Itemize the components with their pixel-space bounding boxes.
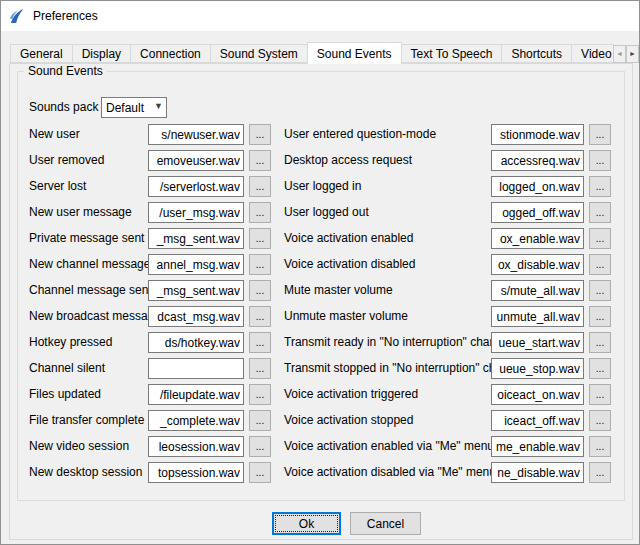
browse-button[interactable]: ... [249,280,271,301]
browse-button[interactable]: ... [249,410,271,431]
browse-button[interactable]: ... [589,280,611,301]
sound-event-row: User removed... [29,149,273,175]
sound-events-column-left: New user...User removed...Server lost...… [29,123,273,489]
sound-event-row: Hotkey pressed... [29,331,273,357]
sound-event-label: File transfer complete [29,413,144,428]
sound-file-input[interactable] [148,332,244,353]
sound-event-label: New user message [29,205,132,220]
sound-event-row: Channel message sent... [29,279,273,305]
browse-button[interactable]: ... [589,410,611,431]
sound-event-row: Unmute master volume... [284,305,614,331]
sound-file-input[interactable] [148,462,244,483]
sound-file-input[interactable] [491,280,584,301]
browse-button[interactable]: ... [589,124,611,145]
tab-general[interactable]: General [10,44,73,63]
tab-video[interactable]: Video [571,44,614,63]
sound-event-label: User logged out [284,205,369,220]
sound-file-input[interactable] [491,306,584,327]
tab-connection[interactable]: Connection [130,44,211,63]
sound-event-row: Voice activation triggered... [284,383,614,409]
sound-file-input[interactable] [148,150,244,171]
sound-event-label: Voice activation enabled via "Me" menu [284,439,494,454]
sound-file-input[interactable] [148,280,244,301]
sound-event-label: Private message sent [29,231,144,246]
preferences-dialog: Preferences GeneralDisplayConnectionSoun… [0,0,640,545]
browse-button[interactable]: ... [589,306,611,327]
sound-file-input[interactable] [491,358,584,379]
sound-event-label: New channel message [29,257,150,272]
browse-button[interactable]: ... [589,150,611,171]
sound-file-input[interactable] [148,228,244,249]
sound-file-input[interactable] [148,202,244,223]
sound-event-label: Voice activation disabled via "Me" menu [284,465,496,480]
browse-button[interactable]: ... [249,358,271,379]
sound-event-label: Voice activation disabled [284,257,415,272]
sound-file-input[interactable] [148,358,244,379]
browse-button[interactable]: ... [589,228,611,249]
sound-file-input[interactable] [148,436,244,457]
sound-file-input[interactable] [491,436,584,457]
sound-event-row: New channel message... [29,253,273,279]
sound-event-label: New video session [29,439,129,454]
sound-file-input[interactable] [491,150,584,171]
sound-event-label: New desktop session [29,465,142,480]
browse-button[interactable]: ... [249,332,271,353]
sounds-pack-select[interactable]: Default ▼ [101,97,167,118]
tab-text-to-speech[interactable]: Text To Speech [401,44,503,63]
browse-button[interactable]: ... [589,202,611,223]
browse-button[interactable]: ... [249,306,271,327]
ok-button[interactable]: Ok [272,512,341,535]
browse-button[interactable]: ... [589,436,611,457]
sound-file-input[interactable] [148,176,244,197]
tab-display[interactable]: Display [72,44,131,63]
sound-file-input[interactable] [148,384,244,405]
sound-events-column-right: User entered question-mode...Desktop acc… [284,123,614,489]
browse-button[interactable]: ... [589,254,611,275]
browse-button[interactable]: ... [589,332,611,353]
tab-shortcuts[interactable]: Shortcuts [501,44,572,63]
sound-file-input[interactable] [148,306,244,327]
browse-button[interactable]: ... [589,384,611,405]
browse-button[interactable]: ... [249,254,271,275]
sound-event-row: File transfer complete... [29,409,273,435]
sound-file-input[interactable] [148,124,244,145]
sound-file-input[interactable] [491,202,584,223]
groupbox-title: Sound Events [24,64,107,78]
sound-file-input[interactable] [491,176,584,197]
sound-event-row: New desktop session... [29,461,273,487]
sound-event-row: Private message sent... [29,227,273,253]
tab-sound-events[interactable]: Sound Events [307,42,402,64]
browse-button[interactable]: ... [249,462,271,483]
browse-button[interactable]: ... [249,176,271,197]
sound-event-row: New video session... [29,435,273,461]
sound-event-row: Voice activation disabled via "Me" menu.… [284,461,614,487]
cancel-button[interactable]: Cancel [350,512,421,535]
browse-button[interactable]: ... [249,436,271,457]
tab-scroll-right-icon[interactable]: ► [626,45,639,63]
sound-event-label: User removed [29,153,104,168]
sound-file-input[interactable] [491,410,584,431]
browse-button[interactable]: ... [589,462,611,483]
sound-file-input[interactable] [491,332,584,353]
sound-event-row: Transmit ready in "No interruption" chan… [284,331,614,357]
sound-event-label: Channel message sent [29,283,152,298]
sounds-pack-label: Sounds pack [29,100,98,114]
sound-file-input[interactable] [148,254,244,275]
tab-sound-system[interactable]: Sound System [210,44,308,63]
sound-file-input[interactable] [491,384,584,405]
sound-file-input[interactable] [491,124,584,145]
sound-event-label: Server lost [29,179,86,194]
browse-button[interactable]: ... [249,202,271,223]
browse-button[interactable]: ... [249,384,271,405]
browse-button[interactable]: ... [249,150,271,171]
browse-button[interactable]: ... [249,228,271,249]
sound-file-input[interactable] [491,254,584,275]
sound-event-label: Desktop access request [284,153,412,168]
browse-button[interactable]: ... [249,124,271,145]
browse-button[interactable]: ... [589,176,611,197]
sound-file-input[interactable] [491,462,584,483]
sound-file-input[interactable] [491,228,584,249]
tab-scroll-left-icon[interactable]: ◄ [613,45,626,63]
browse-button[interactable]: ... [589,358,611,379]
sound-file-input[interactable] [148,410,244,431]
